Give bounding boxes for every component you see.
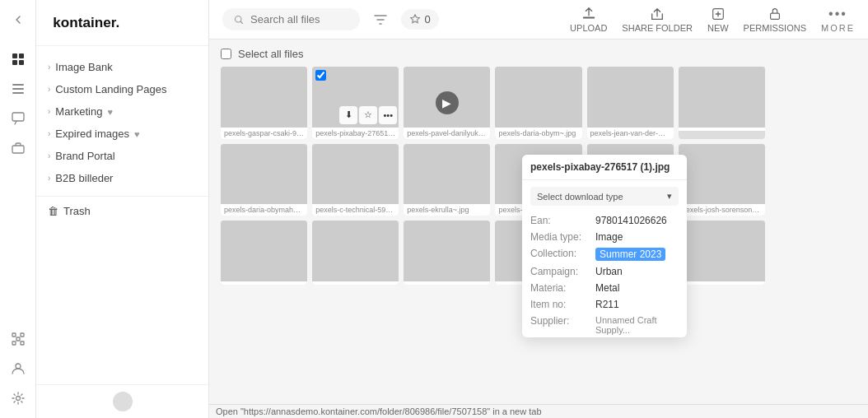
back-button[interactable] bbox=[5, 7, 31, 33]
briefcase-button[interactable] bbox=[5, 135, 31, 161]
popup-field-supplier: Supplier: Unnamed Craft Supply... bbox=[522, 313, 687, 337]
image-label bbox=[404, 281, 490, 285]
favorites-button[interactable]: 0 bbox=[401, 9, 438, 30]
grid-item[interactable] bbox=[404, 221, 490, 285]
search-box[interactable] bbox=[222, 8, 360, 30]
svg-rect-6 bbox=[12, 92, 24, 94]
status-bar: Open "https://annasdemo.kontainer.com/fo… bbox=[209, 404, 868, 418]
chevron-right-icon: › bbox=[48, 174, 50, 183]
image-label: pexels-c-technical-5917634.mp4 bbox=[312, 204, 399, 216]
icon-strip bbox=[0, 0, 36, 418]
grid-item[interactable]: pexels-ekrulla~.jpg bbox=[404, 144, 490, 216]
lock-icon bbox=[768, 7, 782, 21]
svg-rect-1 bbox=[19, 53, 24, 58]
select-all-label: Select all files bbox=[238, 48, 303, 60]
share-folder-label: SHARE FOLDER bbox=[622, 23, 693, 33]
upload-label: UPLOAD bbox=[570, 23, 607, 33]
select-placeholder: Select download type bbox=[537, 192, 623, 202]
play-button[interactable]: ▶ bbox=[436, 91, 459, 114]
more-label: MORE bbox=[821, 23, 855, 33]
topbar: 0 UPLOAD SHARE FOLDER bbox=[209, 0, 868, 39]
sidebar-item-label: Brand Portal bbox=[55, 150, 114, 162]
search-input[interactable] bbox=[250, 13, 348, 26]
popup-title: pexels-pixabay-276517 (1).jpg bbox=[522, 155, 687, 180]
star-icon bbox=[409, 14, 421, 26]
image-label: pexels-ekrulla~.jpg bbox=[404, 204, 490, 216]
image-label: pexels-gaspar-csaki-957157 (1).jpg bbox=[221, 128, 307, 139]
chevron-right-icon: › bbox=[48, 85, 50, 94]
chevron-right-icon: › bbox=[48, 129, 50, 138]
chevron-right-icon: › bbox=[48, 151, 50, 160]
grid-item[interactable] bbox=[312, 221, 399, 285]
popup-field-campaign: Campaign: Urban bbox=[522, 263, 687, 280]
grid-item[interactable] bbox=[679, 221, 765, 285]
svg-rect-13 bbox=[16, 337, 20, 341]
grid-item[interactable]: pexels-c-technical-5917634.mp4 bbox=[312, 144, 399, 216]
item-checkbox[interactable] bbox=[315, 70, 326, 81]
more-dots: ••• bbox=[828, 7, 847, 21]
svg-rect-10 bbox=[21, 333, 24, 337]
app-logo: kontainer. bbox=[36, 0, 208, 46]
sidebar-drag-handle[interactable] bbox=[113, 392, 133, 411]
sidebar-item-label: B2B billeder bbox=[55, 172, 113, 184]
more-action-button[interactable]: ••• bbox=[379, 106, 397, 124]
grid-item[interactable]: pexels-josh-sorenson-990427.jpg bbox=[679, 144, 765, 216]
field-value: Urban bbox=[595, 266, 623, 277]
user-button[interactable] bbox=[5, 355, 31, 382]
field-label: Materia: bbox=[530, 282, 592, 294]
search-icon bbox=[234, 14, 244, 26]
svg-rect-4 bbox=[12, 84, 24, 86]
grid-view-button[interactable] bbox=[5, 46, 31, 72]
grid-item[interactable]: pexels-jean-van-der-meuten-1549~.jpg bbox=[587, 67, 674, 139]
grid-item-video[interactable]: ▶ pexels-pavel-danilyuk-5789979.mp4 bbox=[404, 67, 490, 139]
share-folder-button[interactable]: SHARE FOLDER bbox=[622, 7, 693, 33]
svg-rect-5 bbox=[12, 88, 24, 90]
sidebar-item-expired-images[interactable]: › Expired images ♥ bbox=[36, 123, 208, 145]
more-button[interactable]: ••• MORE bbox=[821, 7, 855, 33]
download-type-select[interactable]: Select download type ▾ bbox=[530, 187, 679, 206]
share-icon bbox=[650, 7, 665, 21]
sidebar-item-b2b-billeder[interactable]: › B2B billeder bbox=[36, 167, 208, 189]
field-value: Unnamed Craft Supply... bbox=[595, 315, 679, 335]
grid-item-selected[interactable]: ⬇ ☆ ••• pexels-pixabay-276517 (1).jpg bbox=[312, 67, 399, 139]
filter-button[interactable] bbox=[368, 7, 393, 32]
list-view-button[interactable] bbox=[5, 76, 31, 102]
svg-rect-3 bbox=[19, 60, 24, 65]
chat-button[interactable] bbox=[5, 105, 31, 132]
sidebar-item-trash[interactable]: 🗑 Trash bbox=[36, 200, 208, 222]
dropdown-arrow-icon: ▾ bbox=[667, 191, 672, 202]
svg-point-14 bbox=[16, 364, 21, 369]
star-action-button[interactable]: ☆ bbox=[359, 106, 377, 124]
field-label: Ean: bbox=[530, 215, 592, 226]
image-label bbox=[679, 128, 765, 131]
svg-rect-11 bbox=[12, 341, 16, 345]
popup-field-materia: Materia: Metal bbox=[522, 280, 687, 296]
new-button[interactable]: NEW bbox=[707, 7, 729, 33]
settings-button[interactable] bbox=[5, 385, 31, 411]
image-label: pexels-pixabay-276517 (1).jpg bbox=[312, 128, 399, 139]
favorites-count: 0 bbox=[424, 13, 430, 26]
grid-item[interactable]: pexels-daria-obymaha-1684027.jpg bbox=[221, 144, 307, 216]
permissions-button[interactable]: PERMISSIONS bbox=[744, 7, 806, 33]
popup-field-item-no: Item no: R211 bbox=[522, 296, 687, 313]
grid-item[interactable] bbox=[221, 221, 307, 285]
grid-item bbox=[770, 67, 856, 139]
new-label: NEW bbox=[707, 23, 729, 33]
field-label: Media type: bbox=[530, 231, 592, 243]
trash-icon: 🗑 bbox=[48, 205, 58, 217]
select-all-checkbox[interactable] bbox=[221, 49, 231, 59]
scan-button[interactable] bbox=[5, 326, 31, 352]
sidebar-item-image-bank[interactable]: › Image Bank bbox=[36, 56, 208, 78]
download-action-button[interactable]: ⬇ bbox=[339, 106, 357, 124]
grid-item[interactable]: pexels-gaspar-csaki-957157 (1).jpg bbox=[221, 67, 307, 139]
svg-rect-9 bbox=[12, 333, 16, 337]
grid-item[interactable]: pexels-daria-obym~.jpg bbox=[495, 67, 581, 139]
sidebar-item-marketing[interactable]: › Marketing ♥ bbox=[36, 100, 208, 123]
sidebar-item-custom-landing-pages[interactable]: › Custom Landing Pages bbox=[36, 78, 208, 100]
sidebar-item-label: Image Bank bbox=[55, 61, 112, 73]
grid-item[interactable] bbox=[679, 67, 765, 139]
image-label: pexels-pavel-danilyuk-5789979.mp4 bbox=[404, 128, 490, 139]
status-text: Open "https://annasdemo.kontainer.com/fo… bbox=[216, 406, 542, 416]
upload-button[interactable]: UPLOAD bbox=[570, 7, 607, 33]
sidebar-item-brand-portal[interactable]: › Brand Portal bbox=[36, 145, 208, 167]
